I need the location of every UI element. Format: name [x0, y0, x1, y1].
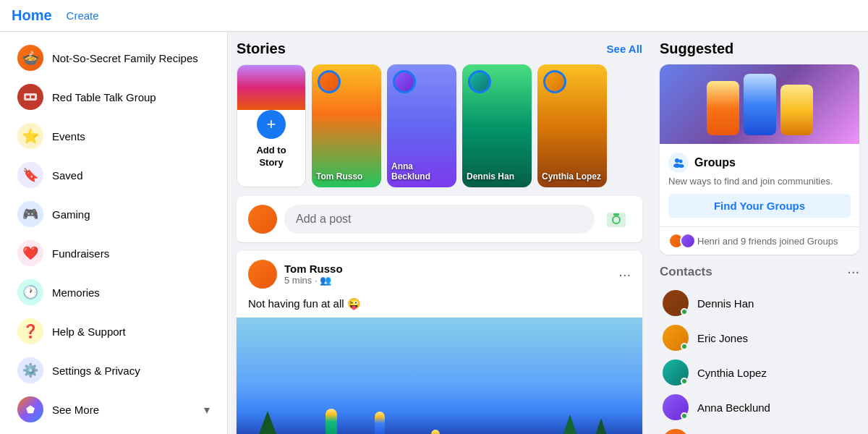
- sidebar-item-help[interactable]: ❓ Help & Support: [6, 312, 221, 350]
- post-header: Tom Russo 5 mins · 👥 ···: [237, 251, 642, 297]
- contact-dennis-han[interactable]: Dennis Han: [660, 286, 859, 320]
- svg-point-6: [675, 158, 679, 163]
- sidebar-item-memories[interactable]: 🕐 Memories: [6, 273, 221, 311]
- sidebar-label-see-more: See More: [52, 404, 99, 416]
- photo-icon: [606, 209, 626, 229]
- sidebar-label-gaming: Gaming: [52, 208, 90, 221]
- contact-avatar-eric: [663, 325, 689, 351]
- lake-scene: [237, 318, 642, 434]
- contact-name-eric: Eric Jones: [697, 332, 748, 344]
- groups-description: New ways to find and join communities.: [668, 176, 851, 187]
- groups-icon: [668, 153, 689, 173]
- sidebar-icon-memories: 🕐: [17, 279, 43, 305]
- sidebar-icon-fundraisers: ❤️: [17, 240, 43, 266]
- sidebar-label-not-so-secret: Not-So-Secret Family Recipes: [52, 52, 198, 64]
- sidebar-icon-gaming: 🎮: [17, 201, 43, 227]
- sidebar-icon-help: ❓: [17, 318, 43, 344]
- add-post-input[interactable]: Add a post: [284, 205, 595, 234]
- sidebar-item-red-table-talk[interactable]: Red Table Talk Group: [6, 78, 221, 116]
- banner-person-1: [707, 81, 739, 135]
- contact-avatar-cynthia: [663, 359, 689, 386]
- see-all-stories[interactable]: See All: [607, 43, 642, 55]
- add-story-label: Add toStory: [256, 145, 286, 169]
- svg-rect-1: [26, 95, 30, 98]
- contact-aiden-brown[interactable]: Aiden Brown: [660, 425, 859, 434]
- sidebar-label-help: Help & Support: [52, 326, 126, 338]
- story-card-add[interactable]: + Add toStory: [237, 64, 306, 187]
- contact-cynthia-lopez[interactable]: Cynthia Lopez: [660, 355, 859, 390]
- groups-banner-people: [707, 74, 813, 135]
- sidebar-item-events[interactable]: ⭐ Events: [6, 117, 221, 155]
- post-image: [237, 318, 642, 434]
- sidebar-label-saved: Saved: [52, 169, 83, 182]
- chevron-down-icon: ▾: [204, 403, 210, 417]
- story-label-anna-becklund: Anna Becklund: [391, 161, 452, 182]
- svg-point-7: [679, 160, 683, 163]
- groups-name: Groups: [694, 156, 736, 169]
- svg-point-9: [679, 164, 684, 168]
- sidebar-icon-red-table-talk: [17, 84, 43, 110]
- contact-name-dennis: Dennis Han: [697, 297, 754, 310]
- sidebar-icon-not-so-secret: 🍲: [17, 45, 43, 71]
- post-author-info: Tom Russo 5 mins · 👥: [284, 263, 343, 286]
- story-label-dennis-han: Dennis Han: [467, 171, 527, 182]
- online-indicator-dennis: [681, 308, 688, 315]
- story-card-tom-russo[interactable]: Tom Russo: [312, 64, 381, 187]
- tree-2: [561, 414, 579, 434]
- find-groups-button[interactable]: Find Your Groups: [668, 194, 851, 218]
- contacts-options-button[interactable]: ···: [847, 263, 859, 280]
- joined-avatar-2: [680, 233, 696, 249]
- contacts-header: Contacts ···: [660, 263, 859, 280]
- svg-rect-5: [613, 213, 619, 216]
- sidebar-icon-see-more: ⬟: [17, 396, 43, 422]
- groups-card: Groups New ways to find and join communi…: [660, 64, 859, 255]
- groups-body: Groups New ways to find and join communi…: [660, 144, 859, 226]
- story-avatar-cynthia: [543, 70, 566, 93]
- create-button[interactable]: Create: [67, 9, 99, 22]
- post-options-button[interactable]: ···: [618, 266, 631, 283]
- online-indicator-eric: [681, 343, 688, 350]
- photo-button[interactable]: [602, 205, 631, 234]
- contact-anna-becklund[interactable]: Anna Becklund: [660, 390, 859, 425]
- suggested-title: Suggested: [660, 41, 859, 57]
- sidebar-item-saved[interactable]: 🔖 Saved: [6, 156, 221, 194]
- post-visibility-icon: 👥: [320, 275, 331, 286]
- stories-row: + Add toStory Tom Russo Anna Becklund De…: [237, 64, 642, 187]
- tree-1: [257, 411, 278, 434]
- story-label-tom-russo: Tom Russo: [316, 171, 377, 182]
- sidebar-item-settings[interactable]: ⚙️ Settings & Privacy: [6, 352, 221, 389]
- story-label-cynthia-lopez: Cynthia Lopez: [542, 171, 603, 182]
- joined-text: Henri and 9 friends joined Groups: [697, 236, 838, 247]
- story-card-anna-becklund[interactable]: Anna Becklund: [387, 64, 456, 187]
- sidebar-label-settings: Settings & Privacy: [52, 365, 140, 377]
- sidebar: 🍲 Not-So-Secret Family Recipes Red Table…: [0, 32, 228, 434]
- svg-rect-2: [31, 95, 35, 98]
- stories-title: Stories: [237, 41, 286, 57]
- groups-banner: [660, 64, 859, 144]
- post-time: 5 mins: [284, 275, 312, 286]
- sidebar-label-memories: Memories: [52, 286, 100, 299]
- joined-row: Henri and 9 friends joined Groups: [660, 226, 859, 255]
- person-2: [375, 412, 385, 434]
- story-card-dennis-han[interactable]: Dennis Han: [462, 64, 532, 187]
- story-card-cynthia-lopez[interactable]: Cynthia Lopez: [537, 64, 607, 187]
- online-indicator-anna: [681, 412, 688, 420]
- post-text: Not having fun at all 😜: [237, 297, 642, 318]
- composer-placeholder: Add a post: [296, 213, 352, 226]
- joined-avatars: [668, 233, 692, 249]
- feed: Stories See All + Add toStory Tom Russo …: [228, 32, 651, 434]
- contact-avatar-anna: [663, 394, 689, 420]
- story-avatar-anna: [393, 70, 416, 93]
- contact-eric-jones[interactable]: Eric Jones: [660, 320, 859, 355]
- story-avatar-tom-russo: [318, 70, 341, 93]
- app-title: Home: [12, 7, 52, 24]
- sidebar-item-see-more[interactable]: ⬟ See More ▾: [6, 391, 221, 428]
- sidebar-item-fundraisers[interactable]: ❤️ Fundraisers: [6, 234, 221, 272]
- banner-person-3: [780, 85, 813, 135]
- person-1: [326, 409, 337, 434]
- sidebar-item-gaming[interactable]: 🎮 Gaming: [6, 195, 221, 233]
- sidebar-item-not-so-secret[interactable]: 🍲 Not-So-Secret Family Recipes: [6, 39, 221, 77]
- contacts-title: Contacts: [660, 265, 712, 279]
- composer-avatar: [248, 205, 277, 234]
- right-panel: Suggested Groups New ways to find and jo…: [651, 32, 868, 434]
